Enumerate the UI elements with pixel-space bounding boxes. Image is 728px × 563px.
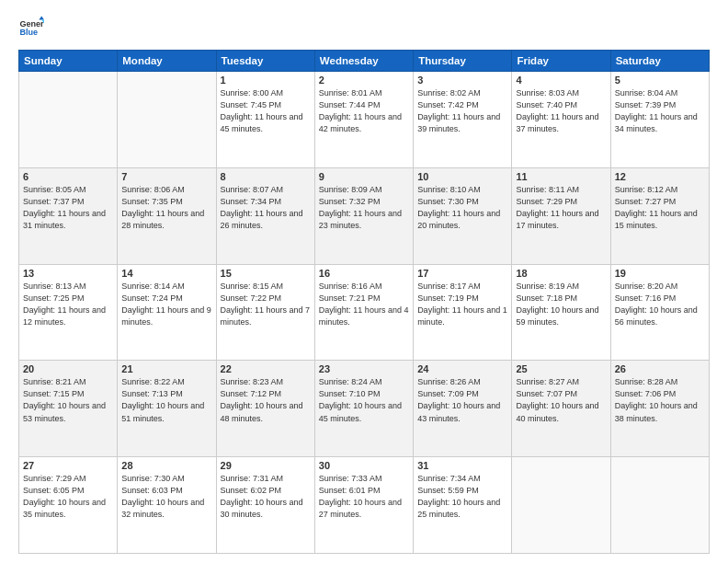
day-info: Sunrise: 8:11 AM Sunset: 7:29 PM Dayligh…	[516, 184, 606, 232]
calendar-cell: 5Sunrise: 8:04 AM Sunset: 7:39 PM Daylig…	[610, 72, 709, 168]
day-info: Sunrise: 8:05 AM Sunset: 7:37 PM Dayligh…	[23, 184, 113, 232]
day-info: Sunrise: 7:30 AM Sunset: 6:03 PM Dayligh…	[121, 473, 211, 521]
day-number: 12	[615, 171, 705, 182]
day-number: 18	[516, 268, 606, 279]
calendar-cell: 26Sunrise: 8:28 AM Sunset: 7:06 PM Dayli…	[610, 361, 709, 457]
svg-text:General: General	[19, 19, 44, 29]
day-info: Sunrise: 8:20 AM Sunset: 7:16 PM Dayligh…	[615, 281, 705, 328]
day-info: Sunrise: 8:24 AM Sunset: 7:10 PM Dayligh…	[319, 376, 409, 424]
day-info: Sunrise: 8:03 AM Sunset: 7:40 PM Dayligh…	[516, 87, 606, 135]
calendar-cell: 6Sunrise: 8:05 AM Sunset: 7:37 PM Daylig…	[19, 167, 118, 264]
day-info: Sunrise: 8:12 AM Sunset: 7:27 PM Dayligh…	[615, 184, 705, 232]
calendar-cell: 10Sunrise: 8:10 AM Sunset: 7:30 PM Dayli…	[414, 167, 512, 264]
day-header-wednesday: Wednesday	[314, 51, 413, 72]
day-info: Sunrise: 8:13 AM Sunset: 7:25 PM Dayligh…	[23, 281, 113, 328]
day-number: 5	[615, 75, 705, 86]
day-number: 31	[417, 460, 507, 471]
day-info: Sunrise: 8:16 AM Sunset: 7:21 PM Dayligh…	[319, 281, 409, 328]
day-info: Sunrise: 8:00 AM Sunset: 7:45 PM Dayligh…	[221, 87, 311, 135]
logo-icon: General Blue	[18, 15, 44, 40]
day-header-monday: Monday	[118, 51, 216, 72]
day-header-saturday: Saturday	[610, 51, 709, 72]
day-header-sunday: Sunday	[19, 51, 118, 72]
calendar-cell: 9Sunrise: 8:09 AM Sunset: 7:32 PM Daylig…	[314, 167, 413, 264]
calendar-cell: 15Sunrise: 8:15 AM Sunset: 7:22 PM Dayli…	[216, 264, 314, 361]
calendar-cell	[118, 72, 216, 168]
calendar-cell: 4Sunrise: 8:03 AM Sunset: 7:40 PM Daylig…	[512, 72, 610, 168]
calendar-cell	[610, 457, 709, 554]
day-info: Sunrise: 8:21 AM Sunset: 7:15 PM Dayligh…	[23, 376, 113, 424]
day-info: Sunrise: 8:06 AM Sunset: 7:35 PM Dayligh…	[121, 184, 211, 232]
day-info: Sunrise: 8:04 AM Sunset: 7:39 PM Dayligh…	[615, 87, 705, 135]
day-info: Sunrise: 8:10 AM Sunset: 7:30 PM Dayligh…	[417, 184, 507, 232]
calendar-cell: 17Sunrise: 8:17 AM Sunset: 7:19 PM Dayli…	[414, 264, 512, 361]
day-info: Sunrise: 7:34 AM Sunset: 5:59 PM Dayligh…	[417, 473, 507, 521]
day-info: Sunrise: 7:29 AM Sunset: 6:05 PM Dayligh…	[23, 473, 113, 521]
day-info: Sunrise: 8:27 AM Sunset: 7:07 PM Dayligh…	[516, 376, 606, 424]
day-number: 17	[417, 268, 507, 279]
calendar-cell: 31Sunrise: 7:34 AM Sunset: 5:59 PM Dayli…	[414, 457, 512, 554]
calendar-cell: 21Sunrise: 8:22 AM Sunset: 7:13 PM Dayli…	[118, 361, 216, 457]
day-info: Sunrise: 8:07 AM Sunset: 7:34 PM Dayligh…	[221, 184, 311, 232]
calendar-cell: 29Sunrise: 7:31 AM Sunset: 6:02 PM Dayli…	[216, 457, 314, 554]
day-info: Sunrise: 8:23 AM Sunset: 7:12 PM Dayligh…	[221, 376, 311, 424]
day-number: 13	[23, 268, 113, 279]
day-info: Sunrise: 7:31 AM Sunset: 6:02 PM Dayligh…	[221, 473, 311, 521]
day-number: 6	[23, 171, 113, 182]
calendar-table: SundayMondayTuesdayWednesdayThursdayFrid…	[18, 50, 710, 554]
day-info: Sunrise: 8:09 AM Sunset: 7:32 PM Dayligh…	[319, 184, 409, 232]
day-number: 1	[221, 75, 311, 86]
calendar-week-row: 20Sunrise: 8:21 AM Sunset: 7:15 PM Dayli…	[19, 361, 710, 457]
day-info: Sunrise: 8:28 AM Sunset: 7:06 PM Dayligh…	[615, 376, 705, 424]
day-header-tuesday: Tuesday	[216, 51, 314, 72]
day-info: Sunrise: 8:02 AM Sunset: 7:42 PM Dayligh…	[417, 87, 507, 135]
calendar-cell: 25Sunrise: 8:27 AM Sunset: 7:07 PM Dayli…	[512, 361, 610, 457]
calendar-cell: 23Sunrise: 8:24 AM Sunset: 7:10 PM Dayli…	[314, 361, 413, 457]
calendar-cell: 11Sunrise: 8:11 AM Sunset: 7:29 PM Dayli…	[512, 167, 610, 264]
day-number: 21	[121, 363, 211, 374]
day-number: 19	[615, 268, 705, 279]
day-number: 27	[23, 460, 113, 471]
calendar-cell: 14Sunrise: 8:14 AM Sunset: 7:24 PM Dayli…	[118, 264, 216, 361]
day-number: 10	[417, 171, 507, 182]
calendar-cell: 8Sunrise: 8:07 AM Sunset: 7:34 PM Daylig…	[216, 167, 314, 264]
day-number: 24	[417, 363, 507, 374]
calendar-cell: 28Sunrise: 7:30 AM Sunset: 6:03 PM Dayli…	[118, 457, 216, 554]
calendar-cell: 30Sunrise: 7:33 AM Sunset: 6:01 PM Dayli…	[314, 457, 413, 554]
calendar-week-row: 27Sunrise: 7:29 AM Sunset: 6:05 PM Dayli…	[19, 457, 710, 554]
calendar-cell: 16Sunrise: 8:16 AM Sunset: 7:21 PM Dayli…	[314, 264, 413, 361]
calendar-cell: 24Sunrise: 8:26 AM Sunset: 7:09 PM Dayli…	[414, 361, 512, 457]
calendar-cell: 18Sunrise: 8:19 AM Sunset: 7:18 PM Dayli…	[512, 264, 610, 361]
day-info: Sunrise: 8:19 AM Sunset: 7:18 PM Dayligh…	[516, 281, 606, 328]
day-info: Sunrise: 7:33 AM Sunset: 6:01 PM Dayligh…	[319, 473, 409, 521]
day-header-friday: Friday	[512, 51, 610, 72]
day-number: 22	[221, 363, 311, 374]
day-info: Sunrise: 8:22 AM Sunset: 7:13 PM Dayligh…	[121, 376, 211, 424]
calendar-cell: 3Sunrise: 8:02 AM Sunset: 7:42 PM Daylig…	[414, 72, 512, 168]
calendar-cell: 7Sunrise: 8:06 AM Sunset: 7:35 PM Daylig…	[118, 167, 216, 264]
day-info: Sunrise: 8:15 AM Sunset: 7:22 PM Dayligh…	[221, 281, 311, 328]
day-info: Sunrise: 8:01 AM Sunset: 7:44 PM Dayligh…	[319, 87, 409, 135]
day-number: 3	[417, 75, 507, 86]
day-number: 20	[23, 363, 113, 374]
day-number: 25	[516, 363, 606, 374]
calendar-week-row: 1Sunrise: 8:00 AM Sunset: 7:45 PM Daylig…	[19, 72, 710, 168]
day-info: Sunrise: 8:17 AM Sunset: 7:19 PM Dayligh…	[417, 281, 507, 328]
day-number: 14	[121, 268, 211, 279]
day-number: 26	[615, 363, 705, 374]
calendar-week-row: 13Sunrise: 8:13 AM Sunset: 7:25 PM Dayli…	[19, 264, 710, 361]
svg-text:Blue: Blue	[19, 28, 38, 37]
calendar-cell: 12Sunrise: 8:12 AM Sunset: 7:27 PM Dayli…	[610, 167, 709, 264]
calendar-cell: 13Sunrise: 8:13 AM Sunset: 7:25 PM Dayli…	[19, 264, 118, 361]
day-number: 11	[516, 171, 606, 182]
day-number: 16	[319, 268, 409, 279]
day-number: 7	[121, 171, 211, 182]
day-number: 15	[221, 268, 311, 279]
calendar-cell	[19, 72, 118, 168]
day-header-thursday: Thursday	[414, 51, 512, 72]
day-number: 29	[221, 460, 311, 471]
day-number: 8	[221, 171, 311, 182]
calendar-cell: 1Sunrise: 8:00 AM Sunset: 7:45 PM Daylig…	[216, 72, 314, 168]
calendar-cell: 19Sunrise: 8:20 AM Sunset: 7:16 PM Dayli…	[610, 264, 709, 361]
day-number: 23	[319, 363, 409, 374]
